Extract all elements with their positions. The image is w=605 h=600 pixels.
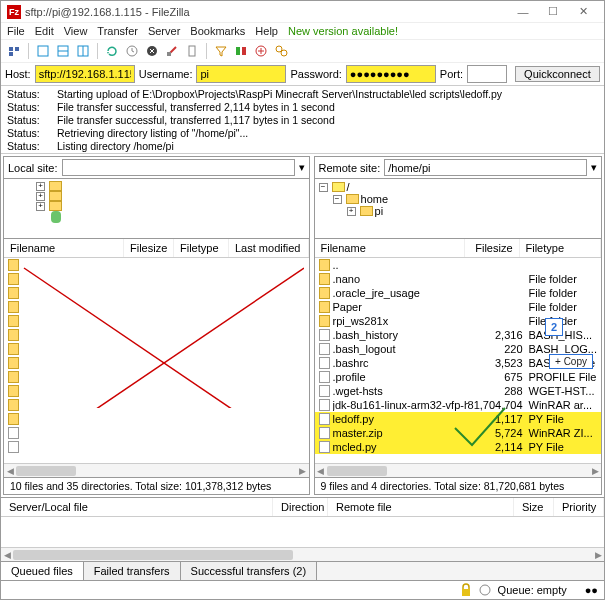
file-icon [319, 329, 330, 341]
remote-list-header: Filename Filesize Filetype [315, 239, 601, 258]
tab-failed[interactable]: Failed transfers [84, 562, 181, 580]
transfer-hscroll[interactable]: ◀▶ [1, 547, 604, 561]
filter-icon[interactable] [212, 42, 230, 60]
svg-rect-2 [9, 52, 13, 56]
username-input[interactable] [196, 65, 286, 83]
host-input[interactable] [35, 65, 135, 83]
svg-rect-1 [15, 47, 19, 51]
col-direction[interactable]: Direction [273, 498, 328, 516]
list-item[interactable]: .wget-hsts288WGET-HST... [315, 384, 601, 398]
col-filename[interactable]: Filename [315, 239, 465, 257]
menu-help[interactable]: Help [255, 25, 278, 37]
remote-hscroll[interactable]: ◀▶ [315, 463, 601, 477]
menu-edit[interactable]: Edit [35, 25, 54, 37]
filename: master.zip [333, 427, 468, 439]
local-site-input[interactable] [62, 159, 295, 176]
app-icon: Fz [7, 5, 21, 19]
list-item[interactable]: PaperFile folder [315, 300, 601, 314]
remote-site-label: Remote site: [319, 162, 381, 174]
statusbar: Queue: empty ●● [1, 580, 604, 599]
password-input[interactable] [346, 65, 436, 83]
list-item[interactable]: .oracle_jre_usageFile folder [315, 286, 601, 300]
remote-footer: 9 files and 4 directories. Total size: 8… [315, 477, 601, 494]
local-list[interactable] [4, 258, 309, 463]
col-priority[interactable]: Priority [554, 498, 604, 516]
host-label: Host: [5, 68, 31, 80]
toggle-log-icon[interactable] [34, 42, 52, 60]
col-size[interactable]: Size [514, 498, 554, 516]
red-x-annotation [4, 258, 304, 408]
file-icon [319, 399, 330, 411]
menu-file[interactable]: File [7, 25, 25, 37]
minimize-button[interactable]: — [508, 1, 538, 23]
cancel-icon[interactable] [143, 42, 161, 60]
col-serverfile[interactable]: Server/Local file [1, 498, 273, 516]
file-icon [319, 413, 330, 425]
sync-browse-icon[interactable] [252, 42, 270, 60]
filename: mcled.py [333, 441, 468, 453]
filesize: 675 [468, 371, 523, 383]
port-input[interactable] [467, 65, 507, 83]
file-icon [319, 357, 330, 369]
remote-site-input[interactable] [384, 159, 587, 176]
menu-transfer[interactable]: Transfer [97, 25, 138, 37]
filesize: 288 [468, 385, 523, 397]
local-list-header: Filename Filesize Filetype Last modified [4, 239, 309, 258]
refresh-icon[interactable] [103, 42, 121, 60]
close-button[interactable]: ✕ [568, 1, 598, 23]
remote-list[interactable]: ...nanoFile folder.oracle_jre_usageFile … [315, 258, 601, 463]
toggle-queue-icon[interactable] [74, 42, 92, 60]
folder-icon [319, 301, 330, 313]
quickconnect-button[interactable]: Quickconnect [515, 66, 600, 82]
filetype: WinRAR ar... [523, 399, 593, 411]
col-filesize[interactable]: Filesize [124, 239, 174, 257]
filetype: File folder [523, 301, 577, 313]
menubar: File Edit View Transfer Server Bookmarks… [1, 23, 604, 39]
lock-icon [460, 583, 472, 597]
compare-icon[interactable] [232, 42, 250, 60]
list-item[interactable]: .nanoFile folder [315, 272, 601, 286]
toggle-tree-icon[interactable] [54, 42, 72, 60]
filename: .bashrc [333, 357, 468, 369]
search-icon[interactable] [272, 42, 290, 60]
svg-rect-16 [242, 47, 246, 55]
disconnect-icon[interactable] [163, 42, 181, 60]
list-item[interactable]: .. [315, 258, 601, 272]
local-tree[interactable]: + + + [4, 179, 309, 239]
col-remotefile[interactable]: Remote file [328, 498, 514, 516]
status-msg: Listing directory /home/pi [57, 140, 174, 153]
tab-successful[interactable]: Successful transfers (2) [181, 562, 318, 580]
remote-pane: Remote site: ▾ − / − home + pi Filename … [314, 156, 602, 495]
col-filesize[interactable]: Filesize [465, 239, 520, 257]
local-site-label: Local site: [8, 162, 58, 174]
col-filetype[interactable]: Filetype [520, 239, 601, 257]
folder-icon [49, 181, 62, 191]
folder-icon [319, 273, 330, 285]
menu-server[interactable]: Server [148, 25, 180, 37]
process-queue-icon[interactable] [123, 42, 141, 60]
transfer-body[interactable] [1, 517, 604, 547]
list-item[interactable]: .profile675PROFILE File [315, 370, 601, 384]
site-manager-icon[interactable] [5, 42, 23, 60]
filename: .wget-hsts [333, 385, 468, 397]
col-filename[interactable]: Filename [4, 239, 124, 257]
new-version-link[interactable]: New version available! [288, 25, 398, 37]
remote-tree[interactable]: − / − home + pi [315, 179, 601, 239]
tab-queued[interactable]: Queued files [1, 562, 84, 580]
status-msg: File transfer successful, transferred 1,… [57, 114, 335, 127]
quickconnect-bar: Host: Username: Password: Port: Quickcon… [1, 63, 604, 86]
filetype: WinRAR ZI... [523, 427, 593, 439]
reconnect-icon[interactable] [183, 42, 201, 60]
menu-bookmarks[interactable]: Bookmarks [190, 25, 245, 37]
local-hscroll[interactable]: ◀▶ [4, 463, 309, 477]
menu-view[interactable]: View [64, 25, 88, 37]
dropdown-icon[interactable]: ▾ [591, 161, 597, 174]
col-filetype[interactable]: Filetype [174, 239, 229, 257]
col-modified[interactable]: Last modified [229, 239, 309, 257]
port-label: Port: [440, 68, 463, 80]
dropdown-icon[interactable]: ▾ [299, 161, 305, 174]
file-icon [319, 427, 330, 439]
maximize-button[interactable]: ☐ [538, 1, 568, 23]
filename: ledoff.py [333, 413, 468, 425]
local-pane: Local site: ▾ + + + Filename Filesize Fi… [3, 156, 310, 495]
